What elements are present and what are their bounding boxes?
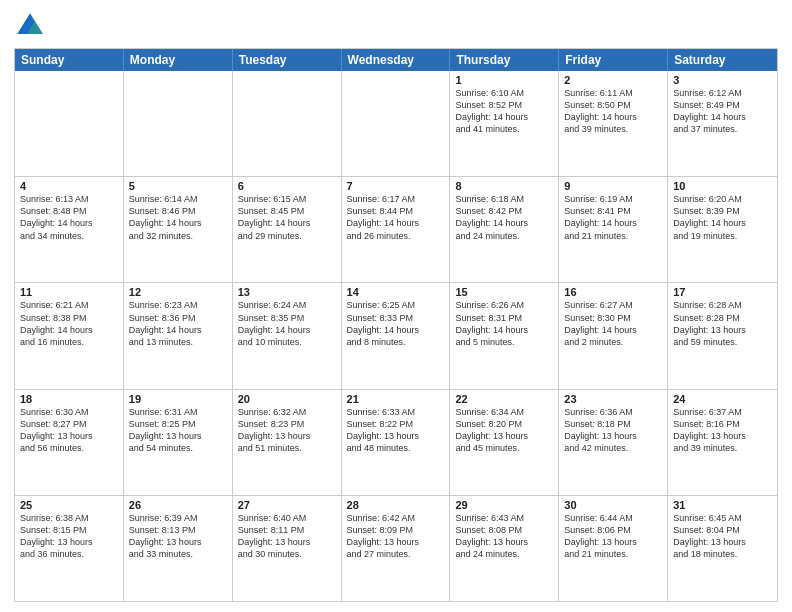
day-number: 15 [455,286,553,298]
day-number: 23 [564,393,662,405]
day-info: Sunrise: 6:15 AMSunset: 8:45 PMDaylight:… [238,193,336,242]
day-cell-22: 22Sunrise: 6:34 AMSunset: 8:20 PMDayligh… [450,390,559,495]
day-number: 27 [238,499,336,511]
day-info: Sunrise: 6:24 AMSunset: 8:35 PMDaylight:… [238,299,336,348]
day-info: Sunrise: 6:34 AMSunset: 8:20 PMDaylight:… [455,406,553,455]
day-number: 17 [673,286,772,298]
day-cell-12: 12Sunrise: 6:23 AMSunset: 8:36 PMDayligh… [124,283,233,388]
logo [14,10,50,42]
day-cell-27: 27Sunrise: 6:40 AMSunset: 8:11 PMDayligh… [233,496,342,601]
day-cell-31: 31Sunrise: 6:45 AMSunset: 8:04 PMDayligh… [668,496,777,601]
day-number: 22 [455,393,553,405]
day-cell-25: 25Sunrise: 6:38 AMSunset: 8:15 PMDayligh… [15,496,124,601]
day-info: Sunrise: 6:20 AMSunset: 8:39 PMDaylight:… [673,193,772,242]
day-cell-6: 6Sunrise: 6:15 AMSunset: 8:45 PMDaylight… [233,177,342,282]
day-number: 31 [673,499,772,511]
day-info: Sunrise: 6:45 AMSunset: 8:04 PMDaylight:… [673,512,772,561]
day-number: 24 [673,393,772,405]
day-cell-20: 20Sunrise: 6:32 AMSunset: 8:23 PMDayligh… [233,390,342,495]
day-cell-18: 18Sunrise: 6:30 AMSunset: 8:27 PMDayligh… [15,390,124,495]
day-cell-14: 14Sunrise: 6:25 AMSunset: 8:33 PMDayligh… [342,283,451,388]
header [14,10,778,42]
day-number: 2 [564,74,662,86]
header-day-thursday: Thursday [450,49,559,71]
day-cell-2: 2Sunrise: 6:11 AMSunset: 8:50 PMDaylight… [559,71,668,176]
day-number: 25 [20,499,118,511]
header-day-friday: Friday [559,49,668,71]
day-number: 16 [564,286,662,298]
day-cell-21: 21Sunrise: 6:33 AMSunset: 8:22 PMDayligh… [342,390,451,495]
day-cell-16: 16Sunrise: 6:27 AMSunset: 8:30 PMDayligh… [559,283,668,388]
day-cell-30: 30Sunrise: 6:44 AMSunset: 8:06 PMDayligh… [559,496,668,601]
day-info: Sunrise: 6:14 AMSunset: 8:46 PMDaylight:… [129,193,227,242]
header-day-wednesday: Wednesday [342,49,451,71]
day-number: 18 [20,393,118,405]
calendar-week-1: 1Sunrise: 6:10 AMSunset: 8:52 PMDaylight… [15,71,777,176]
header-day-tuesday: Tuesday [233,49,342,71]
day-info: Sunrise: 6:25 AMSunset: 8:33 PMDaylight:… [347,299,445,348]
empty-cell [342,71,451,176]
day-number: 5 [129,180,227,192]
day-cell-26: 26Sunrise: 6:39 AMSunset: 8:13 PMDayligh… [124,496,233,601]
day-info: Sunrise: 6:39 AMSunset: 8:13 PMDaylight:… [129,512,227,561]
day-cell-11: 11Sunrise: 6:21 AMSunset: 8:38 PMDayligh… [15,283,124,388]
day-number: 12 [129,286,227,298]
day-cell-8: 8Sunrise: 6:18 AMSunset: 8:42 PMDaylight… [450,177,559,282]
day-number: 7 [347,180,445,192]
calendar-week-4: 18Sunrise: 6:30 AMSunset: 8:27 PMDayligh… [15,389,777,495]
day-number: 3 [673,74,772,86]
day-cell-5: 5Sunrise: 6:14 AMSunset: 8:46 PMDaylight… [124,177,233,282]
day-number: 29 [455,499,553,511]
header-day-sunday: Sunday [15,49,124,71]
day-info: Sunrise: 6:36 AMSunset: 8:18 PMDaylight:… [564,406,662,455]
day-number: 13 [238,286,336,298]
day-info: Sunrise: 6:28 AMSunset: 8:28 PMDaylight:… [673,299,772,348]
empty-cell [124,71,233,176]
day-cell-4: 4Sunrise: 6:13 AMSunset: 8:48 PMDaylight… [15,177,124,282]
day-info: Sunrise: 6:38 AMSunset: 8:15 PMDaylight:… [20,512,118,561]
day-cell-1: 1Sunrise: 6:10 AMSunset: 8:52 PMDaylight… [450,71,559,176]
logo-icon [14,10,46,42]
day-cell-24: 24Sunrise: 6:37 AMSunset: 8:16 PMDayligh… [668,390,777,495]
day-number: 20 [238,393,336,405]
day-info: Sunrise: 6:44 AMSunset: 8:06 PMDaylight:… [564,512,662,561]
day-number: 14 [347,286,445,298]
page: SundayMondayTuesdayWednesdayThursdayFrid… [0,0,792,612]
day-info: Sunrise: 6:23 AMSunset: 8:36 PMDaylight:… [129,299,227,348]
day-info: Sunrise: 6:12 AMSunset: 8:49 PMDaylight:… [673,87,772,136]
day-cell-29: 29Sunrise: 6:43 AMSunset: 8:08 PMDayligh… [450,496,559,601]
day-info: Sunrise: 6:26 AMSunset: 8:31 PMDaylight:… [455,299,553,348]
day-cell-9: 9Sunrise: 6:19 AMSunset: 8:41 PMDaylight… [559,177,668,282]
day-info: Sunrise: 6:42 AMSunset: 8:09 PMDaylight:… [347,512,445,561]
day-number: 4 [20,180,118,192]
day-info: Sunrise: 6:32 AMSunset: 8:23 PMDaylight:… [238,406,336,455]
day-number: 19 [129,393,227,405]
day-number: 10 [673,180,772,192]
day-cell-15: 15Sunrise: 6:26 AMSunset: 8:31 PMDayligh… [450,283,559,388]
day-info: Sunrise: 6:18 AMSunset: 8:42 PMDaylight:… [455,193,553,242]
day-info: Sunrise: 6:40 AMSunset: 8:11 PMDaylight:… [238,512,336,561]
day-cell-19: 19Sunrise: 6:31 AMSunset: 8:25 PMDayligh… [124,390,233,495]
day-info: Sunrise: 6:30 AMSunset: 8:27 PMDaylight:… [20,406,118,455]
day-cell-23: 23Sunrise: 6:36 AMSunset: 8:18 PMDayligh… [559,390,668,495]
day-cell-3: 3Sunrise: 6:12 AMSunset: 8:49 PMDaylight… [668,71,777,176]
day-info: Sunrise: 6:19 AMSunset: 8:41 PMDaylight:… [564,193,662,242]
day-info: Sunrise: 6:11 AMSunset: 8:50 PMDaylight:… [564,87,662,136]
day-number: 21 [347,393,445,405]
day-cell-13: 13Sunrise: 6:24 AMSunset: 8:35 PMDayligh… [233,283,342,388]
day-info: Sunrise: 6:17 AMSunset: 8:44 PMDaylight:… [347,193,445,242]
day-cell-10: 10Sunrise: 6:20 AMSunset: 8:39 PMDayligh… [668,177,777,282]
day-info: Sunrise: 6:27 AMSunset: 8:30 PMDaylight:… [564,299,662,348]
day-number: 28 [347,499,445,511]
day-info: Sunrise: 6:31 AMSunset: 8:25 PMDaylight:… [129,406,227,455]
calendar-week-5: 25Sunrise: 6:38 AMSunset: 8:15 PMDayligh… [15,495,777,601]
day-number: 8 [455,180,553,192]
day-number: 26 [129,499,227,511]
header-day-monday: Monday [124,49,233,71]
day-number: 9 [564,180,662,192]
day-info: Sunrise: 6:37 AMSunset: 8:16 PMDaylight:… [673,406,772,455]
calendar: SundayMondayTuesdayWednesdayThursdayFrid… [14,48,778,602]
calendar-week-2: 4Sunrise: 6:13 AMSunset: 8:48 PMDaylight… [15,176,777,282]
day-cell-7: 7Sunrise: 6:17 AMSunset: 8:44 PMDaylight… [342,177,451,282]
calendar-body: 1Sunrise: 6:10 AMSunset: 8:52 PMDaylight… [15,71,777,601]
